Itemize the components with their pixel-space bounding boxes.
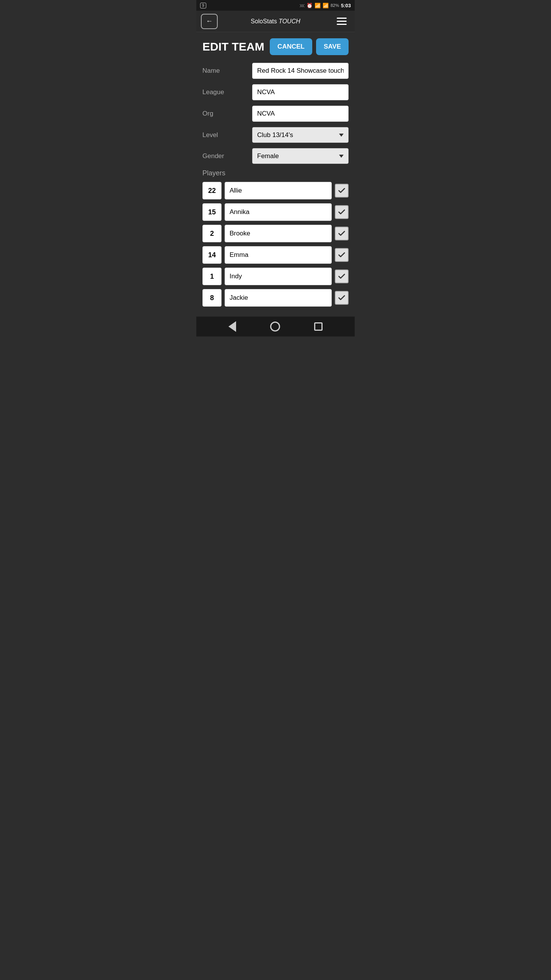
league-input[interactable] xyxy=(252,84,349,100)
player-name-input[interactable] xyxy=(225,182,332,199)
home-nav-button[interactable] xyxy=(270,322,280,332)
player-number: 15 xyxy=(202,203,222,221)
level-row: Level Club 13/14's Club 15/16's Club 17/… xyxy=(202,127,349,143)
app-number: 9 xyxy=(200,3,206,8)
player-number: 2 xyxy=(202,225,222,242)
player-name-input[interactable] xyxy=(225,289,332,307)
header-buttons: CANCEL SAVE xyxy=(270,38,349,55)
player-checkbox[interactable] xyxy=(335,227,349,240)
player-checkbox[interactable] xyxy=(335,248,349,262)
home-circle-icon xyxy=(270,322,280,332)
status-bar: 9 ⯵ ⏰ 📶 📶 82% 5:03 xyxy=(196,0,355,11)
time-text: 5:03 xyxy=(341,3,351,8)
player-checkbox[interactable] xyxy=(335,291,349,305)
alarm-icon: ⏰ xyxy=(306,3,313,8)
battery-text: 82% xyxy=(331,3,339,8)
player-row: 8 xyxy=(202,289,349,307)
name-input[interactable] xyxy=(252,63,349,79)
org-label: Org xyxy=(202,110,252,118)
wifi-icon: 📶 xyxy=(315,3,321,8)
player-row: 1 xyxy=(202,268,349,285)
header-row: EDIT TEAM CANCEL SAVE xyxy=(202,38,349,55)
player-checkbox[interactable] xyxy=(335,184,349,198)
player-row: 14 xyxy=(202,246,349,264)
player-row: 2 xyxy=(202,225,349,242)
player-row: 15 xyxy=(202,203,349,221)
nav-title: SoloStats TOUCH xyxy=(251,18,300,25)
player-name-input[interactable] xyxy=(225,268,332,285)
level-select[interactable]: Club 13/14's Club 15/16's Club 17/18's V… xyxy=(252,127,349,143)
gender-label: Gender xyxy=(202,152,252,160)
back-nav-button[interactable] xyxy=(228,321,236,332)
menu-button[interactable] xyxy=(333,14,350,29)
player-number: 1 xyxy=(202,268,222,285)
name-row: Name xyxy=(202,63,349,79)
level-label: Level xyxy=(202,131,252,139)
players-section: Players 22 15 2 14 xyxy=(202,169,349,307)
save-button[interactable]: SAVE xyxy=(316,38,349,55)
gender-select[interactable]: Female Male Co-ed xyxy=(252,148,349,164)
players-container: 22 15 2 14 1 xyxy=(202,182,349,307)
league-row: League xyxy=(202,84,349,100)
bluetooth-icon: ⯵ xyxy=(300,3,305,8)
gender-row: Gender Female Male Co-ed xyxy=(202,148,349,164)
league-label: League xyxy=(202,88,252,96)
back-button[interactable]: ← xyxy=(201,14,218,29)
hamburger-line-2 xyxy=(337,21,347,22)
player-number: 14 xyxy=(202,246,222,264)
recents-nav-button[interactable] xyxy=(314,322,323,331)
player-name-input[interactable] xyxy=(225,225,332,242)
players-label: Players xyxy=(202,169,349,177)
player-number: 22 xyxy=(202,182,222,199)
nav-title-italic: TOUCH xyxy=(279,18,300,24)
name-label: Name xyxy=(202,67,252,75)
back-arrow-icon: ← xyxy=(206,17,213,25)
player-name-input[interactable] xyxy=(225,203,332,221)
page-title: EDIT TEAM xyxy=(202,40,264,53)
hamburger-line-3 xyxy=(337,24,347,25)
org-row: Org xyxy=(202,106,349,122)
player-checkbox[interactable] xyxy=(335,270,349,283)
main-content: EDIT TEAM CANCEL SAVE Name League Org Le… xyxy=(196,32,355,317)
player-checkbox[interactable] xyxy=(335,205,349,219)
cancel-button[interactable]: CANCEL xyxy=(270,38,312,55)
org-input[interactable] xyxy=(252,106,349,122)
player-name-input[interactable] xyxy=(225,246,332,264)
recents-square-icon xyxy=(314,322,323,331)
signal-icon: 📶 xyxy=(323,3,329,8)
back-triangle-icon xyxy=(228,321,236,332)
top-nav: ← SoloStats TOUCH xyxy=(196,11,355,32)
player-row: 22 xyxy=(202,182,349,199)
hamburger-line-1 xyxy=(337,18,347,19)
player-number: 8 xyxy=(202,289,222,307)
bottom-nav xyxy=(196,317,355,336)
nav-title-text: SoloStats xyxy=(251,18,279,24)
